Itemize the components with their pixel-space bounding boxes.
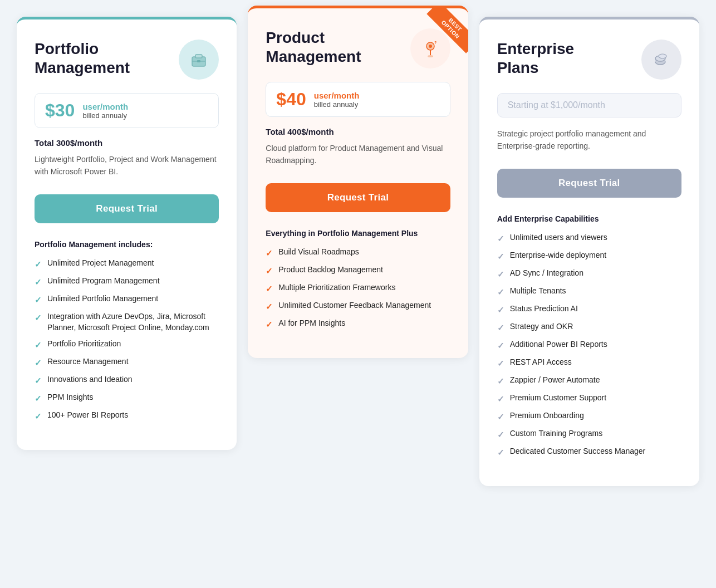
list-item: ✓Multiple Prioritization Frameworks xyxy=(266,282,450,295)
portfolio-features-heading: Portfolio Management includes: xyxy=(35,240,219,249)
portfolio-billed: billed annualy xyxy=(82,111,128,120)
card-portfolio-header: PortfolioManagement xyxy=(35,40,219,80)
list-item: ✓Portfolio Prioritization xyxy=(35,339,219,351)
coins-icon xyxy=(650,48,673,71)
list-item: ✓Zappier / Power Automate xyxy=(497,375,681,387)
portfolio-icon-circle xyxy=(179,40,219,80)
portfolio-total: Total 300$/month xyxy=(35,138,219,148)
svg-rect-1 xyxy=(195,55,202,58)
product-price-label: user/month billed annualy xyxy=(314,91,360,109)
check-icon: ✓ xyxy=(497,268,504,280)
pricing-container: PortfolioManagement $30 user/month bille… xyxy=(11,11,705,492)
svg-rect-3 xyxy=(197,60,200,62)
check-icon: ✓ xyxy=(497,429,504,440)
list-item: ✓Dedicated Customer Success Manager xyxy=(497,446,681,458)
list-item: ✓Build Visual Roadmaps xyxy=(266,247,450,259)
product-price: $40 xyxy=(276,89,306,110)
portfolio-price-label: user/month billed annualy xyxy=(82,102,128,120)
portfolio-trial-button[interactable]: Request Trial xyxy=(35,194,219,223)
check-icon: ✓ xyxy=(35,410,42,422)
enterprise-features-heading: Add Enterprise Capabilities xyxy=(497,214,681,223)
list-item: ✓Resource Management xyxy=(35,356,219,369)
briefcase-icon xyxy=(188,49,209,70)
check-icon: ✓ xyxy=(497,411,504,423)
check-icon: ✓ xyxy=(266,301,273,312)
svg-point-11 xyxy=(659,54,666,58)
check-icon: ✓ xyxy=(35,258,42,270)
list-item: ✓Unlimited Portfolio Management xyxy=(35,293,219,306)
product-total: Total 400$/month xyxy=(266,127,450,136)
enterprise-description: Strategic project portfolio management a… xyxy=(497,128,681,155)
list-item: ✓Custom Training Programs xyxy=(497,428,681,440)
list-item: ✓Status Prediction AI xyxy=(497,303,681,316)
enterprise-icon-circle xyxy=(641,40,681,80)
list-item: ✓REST API Access xyxy=(497,357,681,369)
list-item: ✓PPM Insights xyxy=(35,392,219,404)
list-item: ✓Strategy and OKR xyxy=(497,321,681,334)
list-item: ✓Unlimited users and viewers xyxy=(497,232,681,244)
check-icon: ✓ xyxy=(35,339,42,351)
card-enterprise-header: EnterprisePlans xyxy=(497,40,681,80)
list-item: ✓Product Backlog Management xyxy=(266,264,450,277)
enterprise-price-starting: Starting at $1,000/month xyxy=(508,100,605,110)
list-item: ✓Premium Onboarding xyxy=(497,410,681,423)
card-portfolio: PortfolioManagement $30 user/month bille… xyxy=(17,17,237,450)
product-title: ProductManagement xyxy=(266,28,361,66)
check-icon: ✓ xyxy=(35,357,42,369)
product-price-box: $40 user/month billed annualy xyxy=(266,82,450,117)
portfolio-per-user: user/month xyxy=(82,102,128,111)
card-enterprise: EnterprisePlans Starting at $1,000/month… xyxy=(479,17,699,486)
product-billed: billed annualy xyxy=(314,100,360,109)
check-icon: ✓ xyxy=(497,251,504,262)
enterprise-feature-list: ✓Unlimited users and viewers ✓Enterprise… xyxy=(497,232,681,458)
check-icon: ✓ xyxy=(35,393,42,404)
list-item: ✓AI for PPM Insights xyxy=(266,318,450,330)
check-icon: ✓ xyxy=(35,312,42,324)
check-icon: ✓ xyxy=(266,283,273,295)
check-icon: ✓ xyxy=(497,322,504,334)
product-per-user: user/month xyxy=(314,91,360,100)
list-item: ✓Additional Power BI Reports xyxy=(497,339,681,351)
list-item: ✓AD Sync / Integration xyxy=(497,268,681,280)
check-icon: ✓ xyxy=(497,304,504,316)
card-product: BESTOPTION ProductManagement ? $40 user/… xyxy=(248,6,468,358)
product-description: Cloud platform for Product Management an… xyxy=(266,142,450,170)
list-item: ✓Enterprise-wide deployment xyxy=(497,250,681,262)
check-icon: ✓ xyxy=(35,294,42,306)
product-feature-list: ✓Build Visual Roadmaps ✓Product Backlog … xyxy=(266,247,450,330)
check-icon: ✓ xyxy=(35,276,42,288)
portfolio-price-box: $30 user/month billed annualy xyxy=(35,93,219,128)
list-item: ✓Unlimited Program Management xyxy=(35,276,219,288)
list-item: ✓Unlimited Project Management xyxy=(35,258,219,270)
list-item: ✓Multiple Tenants xyxy=(497,286,681,298)
check-icon: ✓ xyxy=(266,247,273,259)
enterprise-price-box: Starting at $1,000/month xyxy=(497,93,681,117)
ribbon-text: BESTOPTION xyxy=(426,8,468,53)
check-icon: ✓ xyxy=(266,265,273,277)
best-option-ribbon: BESTOPTION xyxy=(418,8,468,58)
list-item: ✓Unlimited Customer Feedback Management xyxy=(266,300,450,312)
check-icon: ✓ xyxy=(497,357,504,369)
enterprise-title: EnterprisePlans xyxy=(497,40,575,77)
portfolio-feature-list: ✓Unlimited Project Management ✓Unlimited… xyxy=(35,258,219,422)
product-features-heading: Everything in Portfolio Management Plus xyxy=(266,229,450,238)
check-icon: ✓ xyxy=(497,286,504,298)
list-item: ✓Innovations and Ideation xyxy=(35,374,219,386)
portfolio-title: PortfolioManagement xyxy=(35,40,130,77)
product-trial-button[interactable]: Request Trial xyxy=(266,183,450,212)
check-icon: ✓ xyxy=(497,447,504,458)
list-item: ✓100+ Power BI Reports xyxy=(35,410,219,422)
enterprise-trial-button[interactable]: Request Trial xyxy=(497,169,681,198)
check-icon: ✓ xyxy=(497,233,504,244)
list-item: ✓Premium Customer Support xyxy=(497,393,681,405)
check-icon: ✓ xyxy=(497,375,504,387)
portfolio-price: $30 xyxy=(45,100,75,121)
portfolio-description: Lightweight Portfolio, Project and Work … xyxy=(35,153,219,181)
check-icon: ✓ xyxy=(497,393,504,405)
check-icon: ✓ xyxy=(35,375,42,386)
check-icon: ✓ xyxy=(266,318,273,330)
list-item: ✓Integration with Azure DevOps, Jira, Mi… xyxy=(35,311,219,333)
check-icon: ✓ xyxy=(497,340,504,351)
